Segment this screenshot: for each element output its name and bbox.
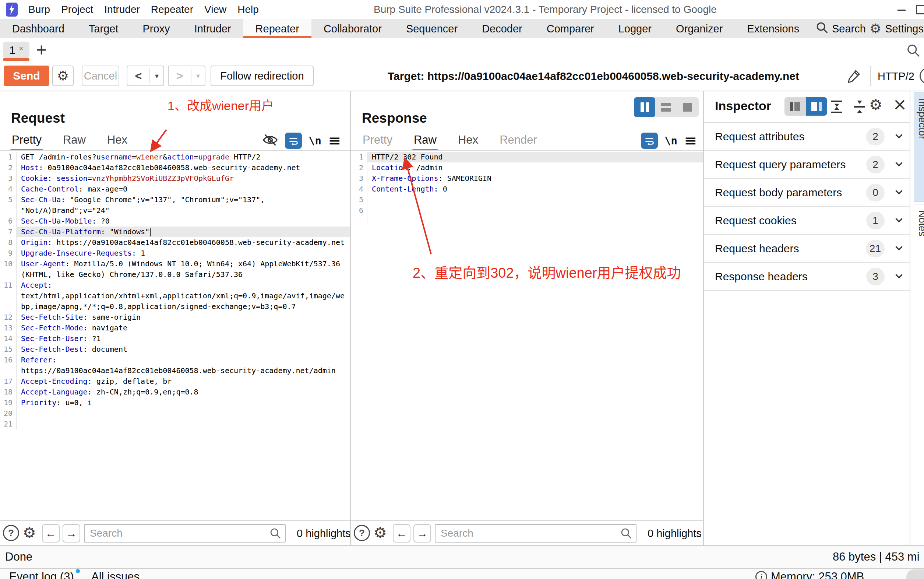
menu-repeater[interactable]: Repeater (145, 4, 199, 15)
inspector-section-request-body-parameters[interactable]: Request body parameters0 (704, 179, 909, 207)
inspector-section-response-headers[interactable]: Response headers3 (704, 263, 909, 291)
code-line[interactable]: 2Location: /admin (351, 162, 703, 173)
history-back-button[interactable]: < ▾ (127, 65, 164, 86)
editor-menu-icon[interactable]: ≡ (684, 133, 697, 149)
show-newlines-icon[interactable]: \n (664, 134, 677, 147)
main-tab-intruder[interactable]: Intruder (182, 19, 243, 38)
edit-target-icon[interactable] (847, 69, 862, 85)
help-icon[interactable] (919, 68, 924, 84)
word-wrap-icon[interactable] (285, 132, 302, 149)
code-line[interactable]: 13Sec-Fetch-Mode: navigate (0, 323, 350, 333)
request-settings-button[interactable]: ⚙ (52, 65, 73, 86)
request-editor[interactable]: 1GET /admin-roles?username=wiener&action… (0, 152, 350, 429)
chevron-down-icon[interactable] (893, 242, 904, 255)
forward-dropdown-icon[interactable]: ▾ (191, 72, 205, 80)
chevron-down-icon[interactable] (893, 186, 904, 199)
dock-left-icon[interactable] (784, 97, 806, 116)
code-line[interactable]: 11Accept: (0, 280, 350, 291)
rows-layout-icon[interactable] (655, 97, 677, 117)
word-wrap-icon[interactable] (641, 132, 658, 149)
code-line[interactable]: 1HTTP/2 302 Found (351, 152, 703, 162)
main-tab-decoder[interactable]: Decoder (470, 19, 534, 38)
settings-gear-icon[interactable]: ⚙ (870, 22, 881, 35)
chevron-down-icon[interactable] (893, 214, 904, 227)
main-tab-organizer[interactable]: Organizer (664, 19, 735, 38)
event-log-tab[interactable]: Event log (3) (9, 570, 74, 579)
inspector-section-request-query-parameters[interactable]: Request query parameters2 (704, 151, 909, 179)
code-line[interactable]: 4Cache-Control: max-age=0 (0, 184, 350, 195)
prev-match-button[interactable]: ← (42, 524, 60, 543)
search-icon[interactable] (816, 21, 828, 36)
inspector-settings-icon[interactable]: ⚙ (869, 97, 882, 112)
code-line[interactable]: 4Content-Length: 0 (351, 184, 703, 195)
tab-pretty[interactable]: Pretty (362, 133, 392, 151)
add-tab-button[interactable]: + (36, 39, 47, 61)
tab-render[interactable]: Render (500, 133, 537, 151)
editor-menu-icon[interactable]: ≡ (328, 133, 341, 149)
tab-raw[interactable]: Raw (414, 133, 437, 151)
code-line[interactable]: 15Sec-Fetch-Dest: document (0, 344, 350, 355)
settings-menu-label[interactable]: Settings (885, 23, 924, 35)
code-line[interactable]: 3X-Frame-Options: SAMEORIGIN (351, 173, 703, 184)
cancel-button[interactable]: Cancel (82, 65, 119, 86)
show-newlines-icon[interactable]: \n (309, 134, 322, 147)
main-tab-repeater[interactable]: Repeater (243, 19, 312, 38)
code-line[interactable]: bp,image/apng,*/*;q=0.8,application/sign… (0, 301, 350, 312)
next-match-button[interactable]: → (413, 524, 431, 543)
tab-pretty[interactable]: Pretty (12, 133, 42, 151)
code-line[interactable]: 12Sec-Fetch-Site: same-origin (0, 312, 350, 323)
code-line[interactable]: 17Accept-Encoding: gzip, deflate, br (0, 376, 350, 387)
all-issues-tab[interactable]: All issues (91, 570, 140, 579)
chevron-down-icon[interactable] (893, 159, 904, 171)
code-line[interactable]: 6Sec-Ch-Ua-Mobile: ?0 (0, 216, 350, 227)
code-line[interactable]: text/html,application/xhtml+xml,applicat… (0, 291, 350, 301)
code-line[interactable]: 10User-Agent: Mozilla/5.0 (Windows NT 10… (0, 258, 350, 269)
repeater-tab-1[interactable]: 1 × (3, 42, 29, 58)
main-tab-sequencer[interactable]: Sequencer (394, 19, 470, 38)
search-menu-label[interactable]: Search (832, 23, 866, 35)
single-layout-icon[interactable] (677, 97, 698, 117)
collapse-all-icon[interactable] (852, 100, 867, 116)
gear-icon[interactable]: ⚙ (23, 525, 36, 540)
menu-project[interactable]: Project (56, 4, 99, 15)
code-line[interactable]: 3Cookie: session=vnzYhpmbh2SVoRiUBZZ3pVF… (0, 173, 350, 184)
tab-hex[interactable]: Hex (107, 133, 127, 151)
maximize-button[interactable] (916, 5, 924, 15)
code-line[interactable]: 20 (0, 408, 350, 419)
code-line[interactable]: 7Sec-Ch-Ua-Platform: "Windows" (0, 227, 350, 237)
code-line[interactable]: 16Referer: (0, 355, 350, 365)
code-line[interactable]: 1GET /admin-roles?username=wiener&action… (0, 152, 350, 162)
code-line[interactable]: 5Sec-Ch-Ua: "Google Chrome";v="137", "Ch… (0, 195, 350, 205)
inspector-section-request-cookies[interactable]: Request cookies1 (704, 207, 909, 235)
menu-view[interactable]: View (199, 4, 232, 15)
chevron-down-icon[interactable] (893, 130, 904, 143)
minimize-button[interactable] (898, 10, 906, 11)
menu-help[interactable]: Help (232, 4, 264, 15)
send-button[interactable]: Send (4, 65, 49, 86)
menu-intruder[interactable]: Intruder (99, 4, 145, 15)
code-line[interactable]: 9Upgrade-Insecure-Requests: 1 (0, 248, 350, 258)
inspector-close-icon[interactable]: × (893, 94, 907, 114)
code-line[interactable]: 14Sec-Fetch-User: ?1 (0, 333, 350, 344)
tab-raw[interactable]: Raw (63, 133, 86, 151)
response-editor[interactable]: 1HTTP/2 302 Found2Location: /admin3X-Fra… (351, 152, 703, 216)
dock-right-icon[interactable] (806, 97, 827, 116)
code-line[interactable]: 5 (351, 195, 703, 205)
main-tab-collaborator[interactable]: Collaborator (312, 19, 394, 38)
request-search-input[interactable] (84, 524, 286, 543)
expand-all-icon[interactable] (829, 100, 844, 116)
tab-hex[interactable]: Hex (458, 133, 478, 151)
side-tab-notes[interactable]: Notes (914, 204, 924, 259)
code-line[interactable]: 2Host: 0a9100ac04ae14af82cc01eb00460058.… (0, 162, 350, 173)
code-line[interactable]: 19Priority: u=0, i (0, 397, 350, 408)
code-line[interactable]: https://0a9100ac04ae14af82cc01eb00460058… (0, 365, 350, 376)
main-tab-dashboard[interactable]: Dashboard (0, 19, 77, 38)
chevron-down-icon[interactable] (893, 270, 904, 283)
code-line[interactable]: (KHTML, like Gecko) Chrome/137.0.0.0 Saf… (0, 269, 350, 280)
code-line[interactable]: 18Accept-Language: zh-CN,zh;q=0.9,en;q=0… (0, 387, 350, 397)
hide-icon[interactable] (262, 133, 278, 149)
columns-layout-icon[interactable] (634, 97, 655, 117)
code-line[interactable]: 21 (0, 419, 350, 429)
inspector-section-request-headers[interactable]: Request headers21 (704, 235, 909, 263)
code-line[interactable]: "Not/A)Brand";v="24" (0, 205, 350, 216)
